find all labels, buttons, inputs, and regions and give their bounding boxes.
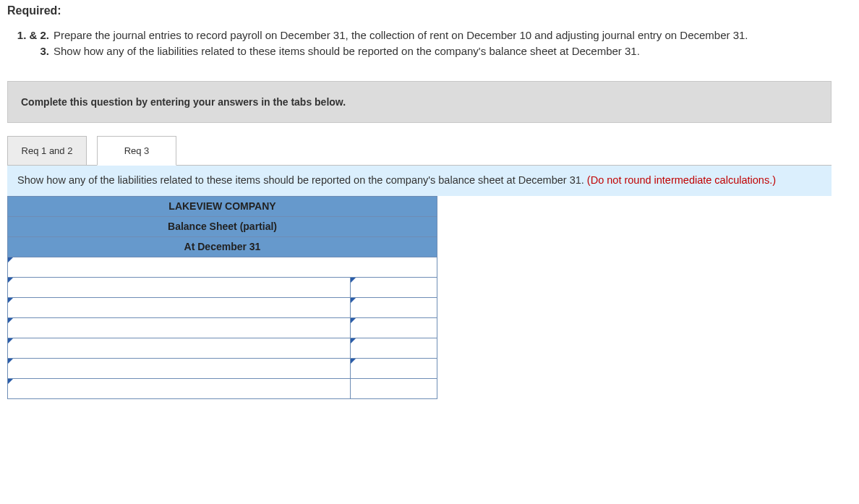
sheet-row-label[interactable] [8,257,437,277]
sheet-row-label[interactable] [8,358,351,378]
input-marker-icon [351,278,356,283]
sheet-row-value[interactable] [351,317,437,338]
requirement-text: Prepare the journal entries to record pa… [54,27,748,43]
input-marker-icon [351,298,356,303]
input-marker-icon [8,298,13,303]
sheet-subtitle: Balance Sheet (partial) [8,216,437,236]
sheet-row-value[interactable] [351,297,437,317]
tab-panel: Show how any of the liabilities related … [7,165,832,196]
input-marker-icon [8,338,13,343]
sheet-row-label[interactable] [8,317,351,338]
panel-text: Show how any of the liabilities related … [17,174,584,186]
sheet-row-label[interactable] [8,297,351,317]
sheet-row-value[interactable] [351,277,437,297]
input-marker-icon [8,318,13,323]
requirement-item: 1. & 2. Prepare the journal entries to r… [12,27,852,43]
sheet-date: At December 31 [8,236,437,257]
sheet-row-value[interactable] [351,338,437,358]
input-marker-icon [8,359,13,364]
tab-req-3[interactable]: Req 3 [97,136,176,166]
input-marker-icon [8,379,13,384]
sheet-row-value[interactable] [351,378,437,398]
requirement-text: Show how any of the liabilities related … [54,43,640,59]
required-heading: Required: [7,4,852,17]
requirement-number: 1. & 2. [12,27,49,43]
input-marker-icon [351,318,356,323]
requirement-item: 3. Show how any of the liabilities relat… [12,43,852,59]
tab-req-1-and-2[interactable]: Req 1 and 2 [7,136,87,166]
sheet-row-label[interactable] [8,338,351,358]
input-marker-icon [8,257,13,262]
sheet-title: LAKEVIEW COMPANY [8,196,437,216]
input-marker-icon [351,338,356,343]
sheet-row-value[interactable] [351,358,437,378]
sheet-row-label[interactable] [8,378,351,398]
input-marker-icon [351,359,356,364]
panel-note: (Do not round intermediate calculations.… [587,174,776,186]
sheet-row-label[interactable] [8,277,351,297]
input-marker-icon [8,278,13,283]
tabs-row: Req 1 and 2 Req 3 [7,136,852,166]
balance-sheet-table: LAKEVIEW COMPANY Balance Sheet (partial)… [7,196,437,399]
requirement-number: 3. [12,43,49,59]
instruction-bar: Complete this question by entering your … [7,81,832,123]
requirements-list: 1. & 2. Prepare the journal entries to r… [12,27,852,59]
